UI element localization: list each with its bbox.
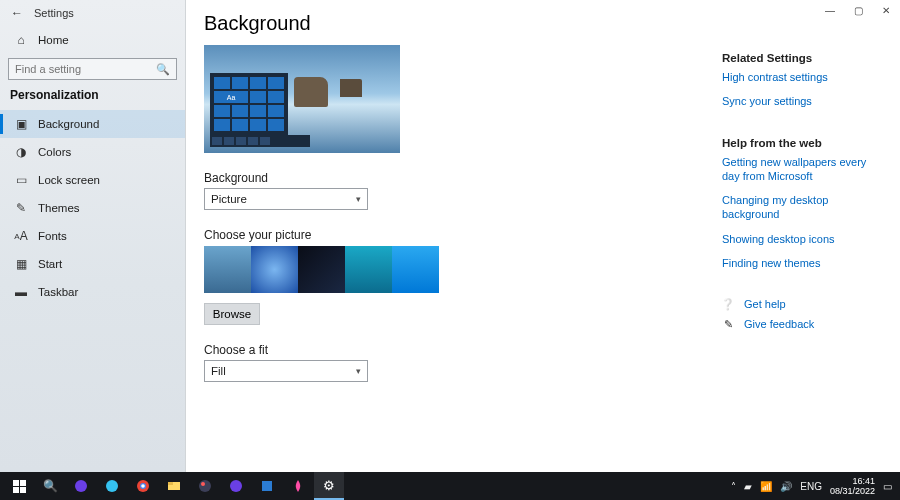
taskbar-app-settings[interactable]: ⚙ [314, 472, 344, 500]
taskbar-app[interactable] [190, 472, 220, 500]
clock-time: 16:41 [830, 476, 875, 486]
link-help[interactable]: Changing my desktop background [722, 193, 874, 222]
window-controls: — ▢ ✕ [816, 0, 900, 20]
browse-button[interactable]: Browse [204, 303, 260, 325]
help-icon: ❔ [722, 298, 734, 310]
link-help[interactable]: Finding new themes [722, 256, 874, 270]
link-help[interactable]: Getting new wallpapers every day from Mi… [722, 155, 874, 184]
taskbar-app[interactable] [221, 472, 251, 500]
back-button[interactable]: ← [6, 2, 28, 24]
sidebar-item-label: Colors [38, 146, 71, 158]
sidebar-section-title: Personalization [0, 88, 185, 108]
sidebar-item-colors[interactable]: ◑ Colors [0, 138, 185, 166]
svg-point-9 [230, 480, 242, 492]
tray-chevron-up-icon[interactable]: ˄ [731, 481, 736, 492]
picture-thumbnails [204, 246, 722, 293]
link-high-contrast[interactable]: High contrast settings [722, 70, 874, 84]
get-help-link[interactable]: ❔ Get help [722, 298, 874, 310]
start-button[interactable] [4, 472, 34, 500]
link-sync-settings[interactable]: Sync your settings [722, 94, 874, 108]
search-icon: 🔍 [156, 63, 170, 76]
palette-icon: ◑ [12, 143, 30, 161]
clock-date: 08/31/2022 [830, 486, 875, 496]
help-title: Help from the web [722, 137, 874, 149]
search-field[interactable] [15, 63, 155, 75]
choose-fit-label: Choose a fit [204, 343, 722, 357]
fit-value: Fill [211, 365, 226, 377]
sidebar-item-start[interactable]: ▦ Start [0, 250, 185, 278]
tray-language[interactable]: ENG [800, 481, 822, 492]
lock-icon: ▭ [12, 171, 30, 189]
start-icon: ▦ [12, 255, 30, 273]
taskbar-app[interactable] [252, 472, 282, 500]
picture-thumb[interactable] [392, 246, 439, 293]
maximize-button[interactable]: ▢ [844, 0, 872, 20]
gear-icon: ⚙ [323, 478, 335, 493]
taskbar-icon: ▬ [12, 283, 30, 301]
browse-label: Browse [213, 308, 251, 320]
background-select[interactable]: Picture ▾ [204, 188, 368, 210]
home-nav[interactable]: ⌂ Home [0, 26, 185, 54]
taskbar-right: ˄ ▰ 📶 🔊 ENG 16:41 08/31/2022 ▭ [731, 476, 896, 496]
sidebar-item-label: Fonts [38, 230, 67, 242]
related-settings-title: Related Settings [722, 52, 874, 64]
svg-point-8 [201, 482, 205, 486]
nav-section: ▣ Background ◑ Colors ▭ Lock screen ✎ Th… [0, 108, 185, 308]
page-title: Background [204, 12, 722, 35]
taskbar-app-edge[interactable] [97, 472, 127, 500]
link-help[interactable]: Showing desktop icons [722, 232, 874, 246]
background-label: Background [204, 171, 722, 185]
picture-thumb[interactable] [298, 246, 345, 293]
picture-thumb[interactable] [251, 246, 298, 293]
settings-topbar: ← Settings [0, 0, 185, 26]
taskbar-left: 🔍 ⚙ [4, 472, 344, 500]
settings-window: — ▢ ✕ ← Settings ⌂ Home 🔍 Personalizatio… [0, 0, 900, 472]
sidebar-item-fonts[interactable]: AA Fonts [0, 222, 185, 250]
give-feedback-label: Give feedback [744, 318, 814, 330]
taskbar-app[interactable] [66, 472, 96, 500]
tray-wifi-icon[interactable]: 📶 [760, 481, 772, 492]
home-icon: ⌂ [12, 31, 30, 49]
sidebar-item-taskbar[interactable]: ▬ Taskbar [0, 278, 185, 306]
sidebar-item-label: Taskbar [38, 286, 78, 298]
picture-thumb[interactable] [345, 246, 392, 293]
svg-point-7 [199, 480, 211, 492]
sidebar-item-lockscreen[interactable]: ▭ Lock screen [0, 166, 185, 194]
taskbar-clock[interactable]: 16:41 08/31/2022 [830, 476, 875, 496]
app-title: Settings [34, 7, 74, 19]
picture-thumb[interactable] [204, 246, 251, 293]
tray-notifications-icon[interactable]: ▭ [883, 481, 892, 492]
home-label: Home [38, 34, 69, 46]
close-button[interactable]: ✕ [872, 0, 900, 20]
taskbar-app-explorer[interactable] [159, 472, 189, 500]
right-column: Related Settings High contrast settings … [722, 12, 882, 472]
minimize-button[interactable]: — [816, 0, 844, 20]
get-help-label: Get help [744, 298, 786, 310]
sidebar-item-background[interactable]: ▣ Background [0, 110, 185, 138]
taskbar-app[interactable] [283, 472, 313, 500]
svg-rect-10 [262, 481, 272, 491]
taskbar-search-button[interactable]: 🔍 [35, 472, 65, 500]
sidebar-item-label: Start [38, 258, 62, 270]
content: Background Aa Background Picture ▾ Choos… [186, 0, 900, 472]
tray-volume-icon[interactable]: 🔊 [780, 481, 792, 492]
chevron-down-icon: ▾ [356, 366, 361, 376]
sidebar-item-label: Background [38, 118, 99, 130]
windows-icon [13, 480, 26, 493]
give-feedback-link[interactable]: ✎ Give feedback [722, 318, 874, 330]
choose-picture-label: Choose your picture [204, 228, 722, 242]
taskbar-app-chrome[interactable] [128, 472, 158, 500]
svg-rect-6 [168, 482, 173, 485]
svg-point-1 [106, 480, 118, 492]
desktop-preview: Aa [204, 45, 400, 153]
themes-icon: ✎ [12, 199, 30, 217]
search-wrap: 🔍 [8, 58, 177, 80]
fit-select[interactable]: Fill ▾ [204, 360, 368, 382]
fonts-icon: AA [12, 227, 30, 245]
tray-battery-icon[interactable]: ▰ [744, 481, 752, 492]
chevron-down-icon: ▾ [356, 194, 361, 204]
feedback-icon: ✎ [722, 318, 734, 330]
search-input[interactable]: 🔍 [8, 58, 177, 80]
background-value: Picture [211, 193, 247, 205]
sidebar-item-themes[interactable]: ✎ Themes [0, 194, 185, 222]
